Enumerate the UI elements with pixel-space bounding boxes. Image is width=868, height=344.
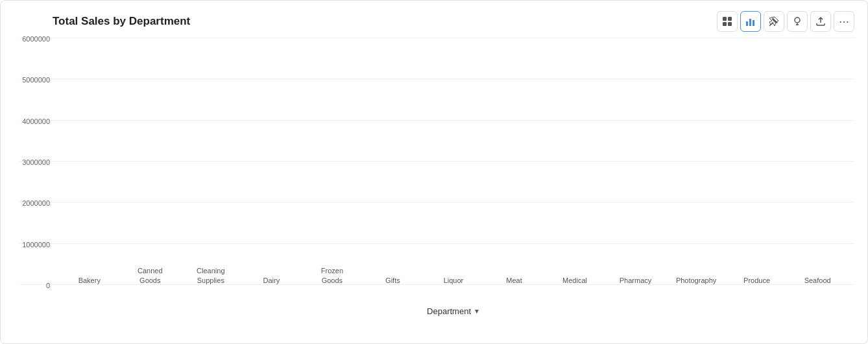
y-tick-3m: 3000000	[22, 158, 50, 166]
chart-title: Total Sales by Department	[53, 15, 190, 28]
more-options-button[interactable]: ⋯	[834, 11, 854, 32]
bar-label-frozen-goods: FrozenGoods	[321, 266, 343, 285]
bar-group-pharmacy: Pharmacy	[605, 272, 666, 285]
bar-label-seafood: Seafood	[804, 276, 831, 285]
x-axis-dropdown-icon[interactable]: ▼	[474, 308, 480, 315]
bar-group-medical: Medical	[544, 272, 605, 285]
chart-header: Total Sales by Department	[53, 11, 854, 32]
insights-button[interactable]	[787, 11, 808, 32]
bar-group-frozen-goods: FrozenGoods	[302, 262, 363, 285]
bar-label-bakery: Bakery	[78, 276, 101, 285]
y-tick-1m: 1000000	[22, 241, 50, 249]
bar-group-canned-goods: CannedGoods	[120, 262, 181, 285]
bar-group-seafood: Seafood	[787, 272, 848, 285]
svg-rect-5	[749, 19, 751, 26]
bar-label-liquor: Liquor	[444, 276, 464, 285]
bar-group-dairy: Dairy	[241, 272, 302, 285]
bar-label-medical: Medical	[562, 276, 587, 285]
pin-button[interactable]	[764, 11, 784, 32]
more-icon: ⋯	[839, 16, 850, 28]
y-tick-5m: 5000000	[22, 76, 50, 84]
bar-group-cleaning-supplies: CleaningSupplies	[180, 262, 241, 285]
bar-label-cleaning-supplies: CleaningSupplies	[197, 266, 224, 285]
bar-group-gifts: Gifts	[363, 272, 424, 285]
chart-area: Total Sales 0 1000000 2000000 3000000 40…	[53, 38, 854, 285]
svg-rect-2	[723, 22, 727, 26]
svg-point-8	[795, 18, 800, 23]
svg-rect-0	[723, 17, 727, 21]
chart-view-button[interactable]	[740, 11, 761, 32]
bar-group-meat: Meat	[484, 272, 545, 285]
bar-label-produce: Produce	[743, 276, 770, 285]
svg-rect-4	[746, 21, 748, 26]
bar-label-meat: Meat	[506, 276, 522, 285]
y-tick-0: 0	[46, 282, 50, 289]
y-tick-4m: 4000000	[22, 117, 50, 125]
bar-label-canned-goods: CannedGoods	[138, 266, 163, 285]
table-view-button[interactable]	[717, 11, 738, 32]
svg-rect-1	[728, 17, 732, 21]
svg-rect-3	[728, 22, 732, 26]
bar-label-dairy: Dairy	[263, 276, 280, 285]
bar-group-bakery: Bakery	[59, 272, 120, 285]
bar-group-produce: Produce	[727, 272, 788, 285]
bars-area: BakeryCannedGoodsCleaningSuppliesDairyFr…	[53, 38, 854, 285]
x-axis-title: Department ▼	[427, 306, 480, 316]
bar-group-liquor: Liquor	[423, 272, 484, 285]
y-tick-2m: 2000000	[22, 199, 50, 207]
y-tick-6m: 6000000	[22, 35, 50, 43]
export-button[interactable]	[810, 11, 831, 32]
bar-label-gifts: Gifts	[385, 276, 400, 285]
bar-group-photography: Photography	[666, 272, 727, 285]
bar-label-pharmacy: Pharmacy	[620, 276, 652, 285]
toolbar: ⋯	[717, 11, 854, 32]
chart-container: Total Sales by Department	[0, 0, 868, 344]
bar-label-photography: Photography	[676, 276, 716, 285]
svg-rect-6	[753, 20, 754, 26]
